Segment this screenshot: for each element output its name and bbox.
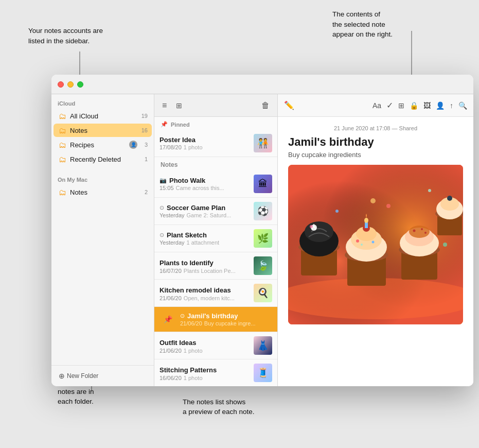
pin-icon: 📌 — [161, 121, 168, 128]
note-date-birthday: 21/06/20 — [180, 320, 202, 326]
note-content-plants-identify: Plants to Identify 16/07/20 Plants Locat… — [159, 258, 254, 274]
cupcake-scene — [288, 165, 463, 324]
new-folder-label: New Folder — [67, 372, 98, 380]
note-title-photo-walk: Photo Walk — [169, 177, 205, 184]
sidebar-label-notes-mac: Notes — [70, 188, 139, 196]
note-thumbnail-poster-idea: 🧑‍🤝‍🧑 — [254, 134, 272, 152]
svg-point-36 — [335, 210, 339, 213]
note-date-plants-identify: 16/07/20 — [159, 268, 182, 274]
note-item-kitchen[interactable]: Kitchen remodel ideas 21/06/20 Open, mod… — [154, 280, 277, 307]
note-thumbnail-outfit: 👗 — [254, 336, 272, 355]
note-content-kitchen: Kitchen remodel ideas 21/06/20 Open, mod… — [159, 285, 254, 301]
delete-icon[interactable]: 🗑 — [260, 99, 271, 112]
app-window: iCloud 🗂 All iCloud 19 🗂 Notes 16 🗂 Reci… — [51, 75, 473, 386]
grid-view-icon[interactable]: ⊞ — [174, 100, 184, 111]
note-detail: ✏️ Aa ✓ ⊞ 🔒 🖼 👤 ↑ 🔍 21 June 2020 at 17:0… — [278, 94, 473, 386]
folder-icon: 🗂 — [58, 111, 67, 120]
note-content-photo-walk: 📷 Photo Walk 15:05 Came across this... — [159, 177, 254, 191]
sidebar-item-notes-mac[interactable]: 🗂 Notes 2 — [54, 185, 152, 199]
pinned-marker: 📌 — [159, 311, 176, 328]
svg-point-19 — [356, 239, 359, 243]
note-content-jamils-birthday: ⊙ Jamil's birthday 21/06/20 Buy cupcake … — [180, 312, 272, 326]
detail-toolbar: ✏️ Aa ✓ ⊞ 🔒 🖼 👤 ↑ 🔍 — [278, 94, 473, 117]
sidebar-item-recently-deleted[interactable]: 🗂 Recently Deleted 1 — [54, 152, 152, 166]
note-preview-plants-identify: Plants Location Pe... — [184, 268, 236, 274]
note-date-outfit: 21/06/20 — [159, 348, 182, 354]
note-thumbnail-stitching: 🧵 — [254, 364, 272, 382]
share-icon[interactable]: ↑ — [450, 101, 453, 110]
note-thumbnail-plants-identify: 🍃 — [254, 256, 272, 275]
note-title-plants-identify: Plants to Identify — [159, 259, 214, 267]
sidebar-item-recipes[interactable]: 🗂 Recipes 👤 3 — [54, 138, 152, 151]
detail-image — [288, 165, 463, 324]
note-date-plant-sketch: Yesterday — [159, 239, 185, 246]
note-item-poster-idea[interactable]: Poster Idea 17/08/20 1 photo 🧑‍🤝‍🧑 — [154, 130, 277, 157]
table-icon[interactable]: ⊞ — [398, 101, 404, 110]
note-title-plant-sketch: Plant Sketch — [167, 231, 207, 239]
pin-marker-icon: 📌 — [164, 315, 172, 323]
search-icon[interactable]: 🔍 — [458, 101, 467, 110]
folder-icon-recipes: 🗂 — [58, 140, 67, 149]
image-icon[interactable]: 🖼 — [423, 101, 431, 110]
note-preview-soccer: Game 2: Saturd... — [187, 212, 232, 218]
note-date-photo-walk: 15:05 — [159, 185, 174, 191]
note-title-kitchen: Kitchen remodel ideas — [159, 286, 231, 294]
svg-point-11 — [305, 221, 333, 242]
note-date-soccer: Yesterday — [159, 212, 185, 218]
note-item-plants-identify[interactable]: Plants to Identify 16/07/20 Plants Locat… — [154, 252, 277, 280]
traffic-lights — [58, 81, 83, 88]
svg-point-37 — [370, 198, 376, 203]
note-date-kitchen: 21/06/20 — [159, 295, 182, 301]
note-title-jamils-birthday: Jamil's birthday — [187, 312, 238, 320]
note-content-stitching: Stitching Patterns 16/06/20 1 photo — [159, 365, 254, 381]
svg-point-40 — [443, 243, 447, 247]
note-preview-stitching: 1 photo — [184, 375, 203, 381]
note-item-plant-sketch[interactable]: ⊙ Plant Sketch Yesterday 1 attachment 🌿 — [154, 225, 277, 252]
list-view-icon[interactable]: ≡ — [161, 99, 168, 112]
svg-point-21 — [361, 244, 363, 246]
note-item-stitching[interactable]: Stitching Patterns 16/06/20 1 photo 🧵 — [154, 359, 277, 386]
note-preview-plant-sketch: 1 attachment — [187, 239, 220, 246]
note-thumbnail-plant-sketch: 🌿 — [254, 229, 272, 248]
new-folder-button[interactable]: ⊕ New Folder — [56, 370, 150, 382]
svg-point-27 — [413, 230, 416, 232]
note-item-soccer[interactable]: ⊙ Soccer Game Plan Yesterday Game 2: Sat… — [154, 198, 277, 225]
note-thumbnail-photo-walk: 🏛 — [254, 175, 272, 193]
note-date-stitching: 16/06/20 — [159, 375, 182, 381]
note-content-plant-sketch: ⊙ Plant Sketch Yesterday 1 attachment — [159, 231, 254, 246]
svg-point-20 — [372, 241, 375, 244]
note-preview-photo-walk: Came across this... — [176, 185, 224, 191]
sidebar-badge-notes: 16 — [139, 127, 148, 133]
main-content: iCloud 🗂 All iCloud 19 🗂 Notes 16 🗂 Reci… — [51, 94, 473, 386]
note-preview-kitchen: Open, modern kitc... — [184, 295, 235, 301]
svg-point-35 — [386, 204, 391, 208]
svg-point-42 — [364, 218, 368, 223]
title-bar — [51, 75, 473, 94]
notes-section-label: Notes — [154, 157, 277, 170]
folder-icon-notes: 🗂 — [58, 126, 67, 135]
svg-point-38 — [428, 189, 431, 192]
notes-list: ≡ ⊞ 🗑 📌 Pinned Poster Idea 17/08/20 — [154, 94, 278, 386]
minimize-button[interactable] — [67, 81, 74, 88]
sidebar-item-notes[interactable]: 🗂 Notes 16 — [54, 124, 152, 137]
note-title-outfit: Outfit Ideas — [159, 339, 197, 347]
share-people-icon[interactable]: 👤 — [436, 101, 445, 110]
lock-icon[interactable]: 🔒 — [410, 101, 418, 110]
font-size-icon[interactable]: Aa — [372, 101, 381, 110]
note-item-photo-walk[interactable]: 📷 Photo Walk 15:05 Came across this... 🏛 — [154, 170, 277, 198]
checkbox-icon-birthday: ⊙ — [180, 313, 185, 319]
note-content-soccer: ⊙ Soccer Game Plan Yesterday Game 2: Sat… — [159, 204, 254, 218]
plus-icon: ⊕ — [59, 372, 65, 380]
maximize-button[interactable] — [77, 81, 83, 88]
note-item-outfit[interactable]: Outfit Ideas 21/06/20 1 photo 👗 — [154, 332, 277, 359]
compose-icon[interactable]: ✏️ — [284, 100, 294, 110]
checklist-icon[interactable]: ✓ — [386, 100, 393, 110]
note-item-jamils-birthday[interactable]: 📌 ⊙ Jamil's birthday 21/06/20 Buy cupcak… — [154, 307, 277, 332]
svg-point-34 — [447, 196, 452, 201]
note-title-stitching: Stitching Patterns — [159, 366, 217, 374]
note-date-poster-idea: 17/08/20 — [159, 144, 182, 150]
sidebar-badge-recipes: 3 — [139, 142, 148, 148]
sidebar-label-recently-deleted: Recently Deleted — [70, 156, 139, 163]
close-button[interactable] — [58, 81, 64, 88]
sidebar-item-all-icloud[interactable]: 🗂 All iCloud 19 — [54, 109, 152, 123]
